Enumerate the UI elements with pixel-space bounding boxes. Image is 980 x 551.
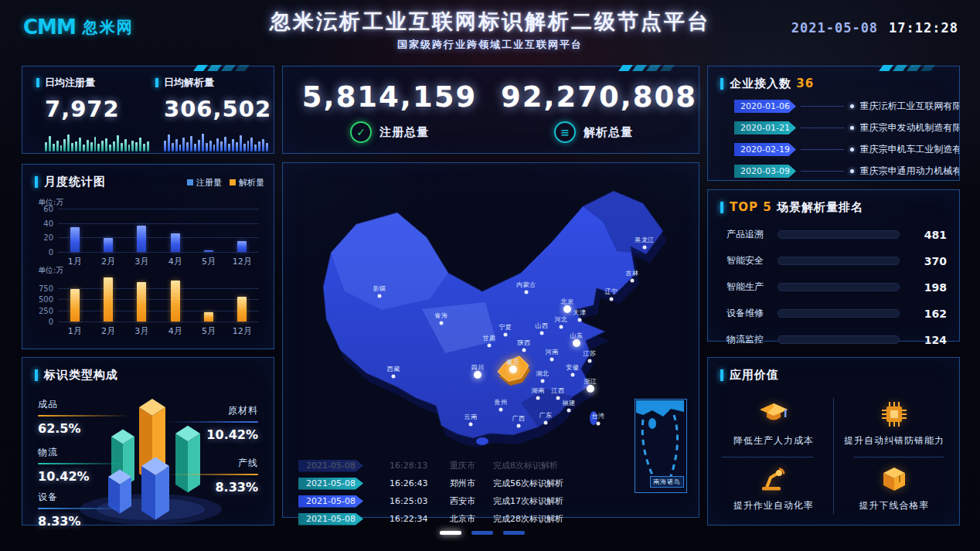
parse-bar-chart: 单位:万75050025001月2月3月4月5月12月 [22, 265, 274, 342]
gridline [58, 237, 259, 238]
ticker-message: 完成56次标识解析 [493, 478, 563, 489]
province-label: 西藏 [387, 366, 401, 372]
timeline-line [801, 149, 844, 150]
ticker-row: 2021-05-0816:28:13重庆市完成8次标识解析 [298, 457, 685, 474]
bar-5月 [204, 250, 213, 252]
province-dot [540, 332, 544, 335]
bar-2月 [104, 238, 113, 252]
composition-item-name: 产线 [167, 457, 258, 470]
top5-ranking-list: 产品追溯481智能安全370智能生产198设备维修162物流监控124 [708, 228, 959, 346]
province-dot [588, 359, 592, 363]
graduation-cap-icon [716, 398, 832, 427]
spark-bar [49, 136, 51, 151]
spark-bar [213, 145, 216, 151]
panel-application-value: 应用价值 降低生产人力成本提升自动纠错防错能力提升作业自动化率提升下线合格率 [707, 357, 960, 525]
top5-row: 设备维修162 [726, 307, 947, 320]
gridline [58, 321, 259, 322]
spark-bar [128, 145, 131, 151]
province-dot [544, 421, 548, 425]
y-tick-label: 500 [33, 295, 53, 304]
spark-bar [135, 142, 138, 151]
daily-register-label: 日均注册量 [45, 76, 95, 90]
province-label: 安徽 [567, 364, 580, 371]
ticker-city: 重庆市 [450, 460, 493, 471]
composition-item-value: 62.5% [38, 421, 129, 436]
monthly-title: 月度统计图 [44, 175, 106, 189]
spark-bar [131, 141, 134, 151]
divider [833, 398, 834, 514]
spark-bar [243, 144, 246, 151]
total-parse-label: 解析总量 [584, 125, 633, 140]
pagination-dot-3[interactable] [503, 531, 525, 535]
top5-value: 370 [924, 255, 947, 267]
daily-parse-block: 日均解析量 306,502 [155, 76, 268, 151]
province-dot [522, 349, 526, 352]
province-label: 山西 [536, 322, 549, 329]
x-tick-label: 12月 [226, 325, 257, 337]
spark-bar [143, 144, 145, 151]
province-dot [499, 408, 503, 412]
province-label: 陕西 [518, 339, 531, 346]
spark-bar [224, 137, 226, 151]
divider [722, 457, 813, 457]
spark-bar [194, 144, 196, 151]
enterprise-name: 重庆宗申发动机制造有限... [860, 121, 959, 134]
spark-bar [172, 143, 174, 151]
spark-bar [56, 141, 59, 151]
ticker-time: 16:22:34 [390, 514, 450, 524]
spark-bar [232, 139, 234, 151]
chart-plot-area: 60402001月2月3月4月5月12月 [58, 209, 259, 252]
ticker-date-badge: 2021-05-08 [298, 513, 363, 525]
composition-item-value: 10.42% [167, 427, 258, 442]
tick-bar-icon [35, 369, 38, 381]
parse-sparkline [164, 127, 268, 151]
spark-bar [164, 141, 166, 151]
spark-bar [75, 141, 77, 151]
enterprise-timeline: 2020-01-06重庆沄析工业互联网有限...2020-01-21重庆宗申发动… [708, 100, 959, 178]
spark-bar [113, 141, 115, 151]
province-dot [541, 379, 545, 383]
top5-row: 智能生产198 [726, 281, 947, 294]
dashboard: CMM 忽米网 忽米沄析工业互联网标识解析二级节点平台 国家级跨行业跨领域工业互… [0, 0, 980, 551]
bar-3d-产线 [141, 457, 169, 519]
pagination-dot-2[interactable] [471, 531, 493, 535]
enterprise-item: 2020-03-09重庆宗申通用动力机械有... [734, 165, 959, 178]
pagination-dot-1[interactable] [440, 531, 461, 535]
timeline-line [801, 128, 844, 128]
province-dot [488, 344, 492, 348]
register-sparkline [45, 127, 149, 151]
spark-bar [216, 138, 219, 151]
spark-bar [247, 141, 250, 151]
province-dot [578, 318, 582, 322]
gridline [58, 299, 259, 300]
spark-bar [94, 137, 97, 151]
spark-bar [250, 138, 253, 151]
province-label: 福建 [562, 400, 576, 406]
timeline-dot-icon [850, 104, 854, 108]
daily-parse-label: 日均解析量 [164, 76, 214, 90]
box-icon [836, 463, 952, 492]
panel-totals: 5,814,159 ✓ 注册总量 92,270,808 ≡ 解析总量 [282, 66, 699, 154]
composition-item-name: 原材料 [167, 404, 258, 417]
ticker-message: 完成28次标识解析 [493, 513, 563, 525]
gridline [58, 209, 259, 209]
spark-bar [60, 145, 63, 151]
province-dot [517, 424, 521, 428]
spark-bar [209, 141, 212, 151]
province-dot [469, 423, 473, 427]
spark-bar [206, 143, 208, 151]
province-dot [567, 409, 571, 413]
spark-bar [53, 144, 55, 151]
divider [853, 457, 944, 457]
top5-row: 产品追溯481 [726, 228, 947, 241]
appvalue-grid: 降低生产人力成本提升自动纠错防错能力提升作业自动化率提升下线合格率 [708, 392, 959, 515]
hainan-island [476, 437, 488, 445]
monthly-legend: 注册量解析量 [187, 177, 264, 189]
header-time: 17:12:28 [889, 20, 958, 36]
y-tick-label: 20 [33, 233, 53, 242]
province-label: 重庆 [506, 359, 520, 366]
spark-bar [262, 139, 264, 151]
province-label: 湖南 [532, 387, 546, 394]
parse-event-ticker: 2021-05-0816:28:13重庆市完成8次标识解析2021-05-081… [298, 457, 685, 528]
province-label: 湖北 [536, 370, 550, 377]
